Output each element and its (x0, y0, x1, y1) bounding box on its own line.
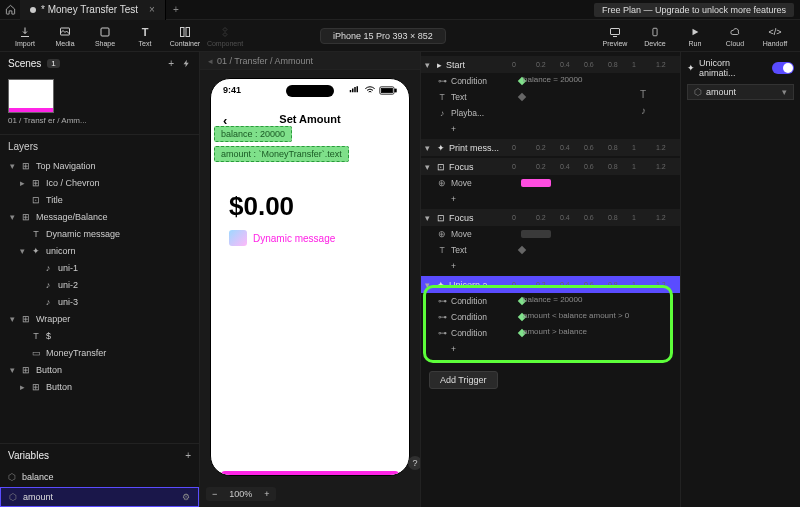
timeline-row[interactable]: + (421, 121, 680, 137)
zoom-in-button[interactable]: + (258, 487, 275, 501)
run-button[interactable]: Run (676, 22, 714, 50)
timeline-row[interactable]: ⊕Move (421, 226, 680, 242)
window-tabbar: * Money Transfer Test × + Free Plan — Up… (0, 0, 800, 20)
main-toolbar: Import Media Shape TText Container Compo… (0, 20, 800, 52)
timeline-row[interactable]: ⊶Conditionamount > balance (421, 325, 680, 341)
home-icon[interactable] (0, 4, 20, 15)
layer-row[interactable]: ▸⊞Ico / Chevron (0, 175, 199, 192)
svg-rect-7 (381, 88, 392, 93)
scenes-count-badge: 1 (47, 59, 59, 68)
timeline-group-header[interactable]: ▾⊡Focus00.20.40.60.811.2 (421, 158, 680, 175)
amount-display: $0.00 (229, 191, 409, 222)
breadcrumb[interactable]: ◂01 / Transfer / Ammount (200, 52, 420, 70)
svg-rect-5 (653, 28, 657, 36)
import-button[interactable]: Import (6, 22, 44, 50)
text-button[interactable]: TText (126, 22, 164, 50)
variables-header: Variables + (0, 444, 199, 467)
svg-rect-3 (186, 27, 190, 36)
variable-row-balance[interactable]: ⬡balance (0, 467, 199, 487)
handoff-button[interactable]: </>Handoff (756, 22, 794, 50)
device-button[interactable]: Device (636, 22, 674, 50)
timeline-row[interactable]: ⊶Conditionbalance = 20000 (421, 293, 680, 309)
layer-row[interactable]: ▾✦unicorn (0, 243, 199, 260)
variable-icon: ⬡ (9, 492, 17, 502)
layer-tree: ▾⊞Top Navigation ▸⊞Ico / Chevron ⊡Title … (0, 158, 199, 396)
bolt-icon[interactable] (182, 58, 191, 69)
timeline-row[interactable]: ⊶Conditionbalance = 20000 (421, 73, 680, 89)
status-time: 9:41 (223, 85, 241, 95)
add-trigger-button[interactable]: Add Trigger (429, 371, 498, 389)
timeline-row[interactable]: + (421, 258, 680, 274)
timeline-row[interactable]: ♪Playba...♪ (421, 105, 680, 121)
timeline-row[interactable]: ⊶Conditionamount < balance amount > 0 (421, 309, 680, 325)
layer-row[interactable]: ▸⊞Button (0, 379, 199, 396)
variables-section: Variables + ⬡balance ⬡amount⚙ (0, 443, 199, 507)
gear-icon[interactable]: ⚙ (182, 492, 190, 502)
dynamic-message-text: Dynamic message (253, 233, 335, 244)
bottom-button-bar[interactable] (221, 471, 399, 476)
svg-rect-8 (395, 89, 397, 92)
timeline-row[interactable]: + (421, 191, 680, 207)
timeline-row[interactable]: + (421, 341, 680, 357)
overlay-pill-amount[interactable]: amount : `MoneyTransfer`.text (214, 146, 349, 162)
layer-row[interactable]: ♪uni-3 (0, 294, 199, 311)
preview-button[interactable]: Preview (596, 22, 634, 50)
scene-thumbnail-label: 01 / Transf er / Amm... (8, 116, 191, 126)
add-scene-icon[interactable]: + (168, 58, 174, 69)
layer-row[interactable]: ▾⊞Top Navigation (0, 158, 199, 175)
shape-button[interactable]: Shape (86, 22, 124, 50)
chevron-down-icon: ▾ (782, 87, 787, 97)
close-icon[interactable]: × (149, 4, 155, 15)
timeline-group-header[interactable]: ▾✦Unicorn a...00.20.40.60.811.2 (421, 276, 680, 293)
timeline-row[interactable]: TTextT (421, 89, 680, 105)
variable-row-amount[interactable]: ⬡amount⚙ (0, 487, 199, 507)
layer-row[interactable]: ♪uni-2 (0, 277, 199, 294)
timeline-group-header[interactable]: ▾✦Print mess...00.20.40.60.811.2 (421, 139, 680, 156)
svg-rect-1 (101, 28, 109, 36)
zoom-value: 100% (223, 487, 258, 501)
upgrade-banner[interactable]: Free Plan — Upgrade to unlock more featu… (594, 3, 794, 17)
unicorn-icon (229, 230, 247, 246)
svg-rect-2 (181, 27, 185, 36)
layer-row[interactable]: ▾⊞Message/Balance (0, 209, 199, 226)
screen-title-row: ‹ Set Amount (211, 113, 409, 125)
svg-rect-4 (610, 28, 619, 34)
overlay-pill-balance[interactable]: balance : 20000 (214, 126, 292, 142)
sparkle-icon: ✦ (687, 63, 695, 73)
add-tab-button[interactable]: + (166, 4, 186, 15)
left-panel: Scenes 1 + 01 / Transf er / Amm... Layer… (0, 52, 200, 507)
device-selector[interactable]: iPhone 15 Pro 393 × 852 (320, 28, 446, 44)
enable-toggle[interactable] (772, 62, 794, 74)
variable-icon: ⬡ (8, 472, 16, 482)
timeline-group-header[interactable]: ▾⊡Focus00.20.40.60.811.2 (421, 209, 680, 226)
layers-header: Layers (0, 134, 199, 158)
layer-row[interactable]: ♪uni-1 (0, 260, 199, 277)
timeline-panel: ▾▸Start00.20.40.60.811.2⊶Conditionbalanc… (420, 52, 680, 507)
layer-row[interactable]: ▾⊞Button (0, 362, 199, 379)
add-variable-icon[interactable]: + (185, 450, 191, 461)
layer-row[interactable]: ⊡Title (0, 192, 199, 209)
tab-title: * Money Transfer Test (41, 4, 138, 15)
layer-row[interactable]: T$ (0, 328, 199, 345)
layer-row[interactable]: ▾⊞Wrapper (0, 311, 199, 328)
inspector-panel: ✦ Unicorn animati... ⬡ amount ▾ (680, 52, 800, 507)
status-icons (349, 86, 397, 95)
document-tab[interactable]: * Money Transfer Test × (20, 0, 166, 20)
scenes-header: Scenes 1 + (0, 52, 199, 75)
canvas-area[interactable]: ◂01 / Transfer / Ammount 9:41 ‹ Set Amou… (200, 52, 420, 507)
layer-row[interactable]: ▭MoneyTransfer (0, 345, 199, 362)
media-button[interactable]: Media (46, 22, 84, 50)
inspector-header: ✦ Unicorn animati... (687, 58, 794, 78)
zoom-out-button[interactable]: − (206, 487, 223, 501)
variable-icon: ⬡ (694, 87, 702, 97)
layer-row[interactable]: TDynamic message (0, 226, 199, 243)
container-button[interactable]: Container (166, 22, 204, 50)
cloud-button[interactable]: Cloud (716, 22, 754, 50)
scene-thumbnail[interactable] (8, 79, 54, 113)
timeline-group-header[interactable]: ▾▸Start00.20.40.60.811.2 (421, 56, 680, 73)
component-button: Component (206, 22, 244, 50)
zoom-control[interactable]: − 100% + (206, 487, 276, 501)
timeline-row[interactable]: TText (421, 242, 680, 258)
inspector-variable-selector[interactable]: ⬡ amount ▾ (687, 84, 794, 100)
timeline-row[interactable]: ⊕Move (421, 175, 680, 191)
